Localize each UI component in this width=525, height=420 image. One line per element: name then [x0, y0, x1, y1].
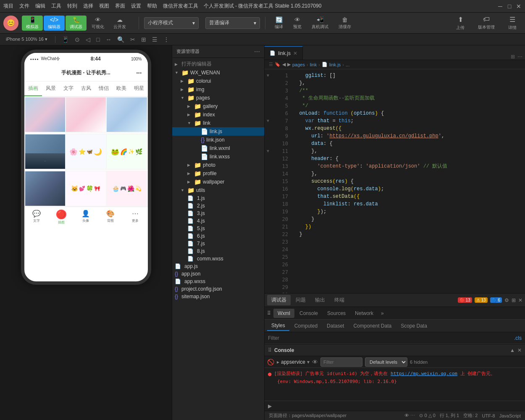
tree-project-config[interactable]: {}project.config.json	[172, 285, 264, 293]
inner-tab-sources[interactable]: Sources	[323, 309, 350, 318]
console-input[interactable]	[273, 403, 522, 409]
device-debug-button[interactable]: 📲 真机调试	[307, 16, 333, 31]
tree-photo[interactable]: ▶ 📁 photo	[172, 161, 264, 169]
filter-input[interactable]	[268, 335, 514, 341]
upload-button[interactable]: ⬆ 上传	[451, 15, 470, 32]
compile-button[interactable]: 🔄 编译	[270, 16, 287, 31]
styles-tab-component-data[interactable]: Component Data	[349, 321, 396, 331]
record-icon[interactable]: ⊙	[74, 36, 81, 43]
tab-landscape[interactable]: 风景	[42, 81, 60, 96]
menu-project[interactable]: 项目	[3, 3, 13, 10]
minimize-button[interactable]: ─	[497, 3, 503, 9]
grid-image-2[interactable]	[66, 97, 106, 132]
maximize-button[interactable]: □	[507, 3, 512, 9]
inner-tab-wxml[interactable]: Wxml	[273, 309, 294, 318]
tree-7js[interactable]: 📄7.js	[172, 240, 264, 247]
menu-file[interactable]: 文件	[19, 3, 29, 10]
tree-4js[interactable]: 📄4.js	[172, 217, 264, 225]
mode-dropdown[interactable]: 小程序模式 ▾	[144, 17, 199, 29]
tree-link-folder[interactable]: ▼ 📁 link	[172, 119, 264, 127]
panel-menu-icon[interactable]: ⋯	[254, 48, 260, 55]
phone-icon[interactable]: 📱	[60, 36, 70, 43]
eye-icon[interactable]: 👁 ⋯	[404, 413, 415, 418]
menu-goto[interactable]: 转到	[67, 3, 77, 10]
styles-tab-styles[interactable]: Styles	[267, 321, 289, 331]
console-error-link[interactable]: https://mp.weixin.qq.com	[391, 371, 457, 376]
grid-image-4[interactable]: ·	[25, 134, 65, 169]
grid-image-3[interactable]	[107, 97, 147, 132]
grid-image-8[interactable]: 🐱💕 🍀🎀	[66, 171, 106, 206]
compile-dropdown[interactable]: 普通编译 ▾	[205, 17, 260, 29]
tree-root[interactable]: ▼ 📁 WX_WENAN	[172, 68, 264, 77]
editor-button[interactable]: </> 编辑器	[44, 16, 65, 31]
tree-profile[interactable]: ▶ 📁 profile	[172, 169, 264, 178]
fold-indicator-2[interactable]: ▼	[265, 117, 271, 125]
grid-image-9[interactable]: 🧁🎮 🌺💫	[107, 171, 147, 206]
tree-sitemap[interactable]: {}sitemap.json	[172, 293, 264, 300]
lang-info[interactable]: JavaScript	[499, 413, 521, 418]
breadcrumb-link-js[interactable]: link.js	[329, 62, 341, 67]
console-filter-input[interactable]	[320, 357, 362, 367]
menu-settings[interactable]: 设置	[131, 3, 141, 10]
debugger-button[interactable]: 🐛 调试器	[66, 16, 87, 31]
breadcrumb-pages[interactable]: pages	[292, 62, 305, 67]
tree-app-json[interactable]: {}app.json	[172, 270, 264, 278]
devtools-tab-terminal[interactable]: 终端	[330, 295, 349, 305]
home-icon[interactable]: □	[95, 36, 101, 43]
version-button[interactable]: 🏷 版本管理	[473, 15, 500, 32]
more-icon[interactable]: ⋮	[162, 36, 171, 43]
tree-5js[interactable]: 📄5.js	[172, 225, 264, 232]
grid-image-6[interactable]: 🐸🌈 ✨🌿	[107, 134, 147, 169]
grid-image-1[interactable]	[25, 97, 65, 132]
inner-tab-console[interactable]: Console	[295, 309, 322, 318]
tab-more-icon[interactable]: ⋯	[517, 54, 522, 60]
tree-index[interactable]: ▶ 📁 index	[172, 110, 264, 119]
grid-image-7[interactable]	[25, 171, 65, 206]
grid-icon[interactable]: ⊞	[140, 36, 147, 43]
breadcrumb-forward-icon[interactable]: ▶	[287, 62, 291, 67]
console-collapse-icon[interactable]: ▲	[510, 347, 515, 353]
clear-cache-button[interactable]: 🗑 清缓存	[334, 16, 355, 31]
split-icon[interactable]: ⊞	[511, 54, 515, 60]
styles-tab-dataset[interactable]: Dataset	[323, 321, 348, 331]
search-icon[interactable]: 🔍	[116, 36, 126, 43]
menu-tools[interactable]: 工具	[51, 3, 61, 10]
styles-tab-scope-data[interactable]: Scope Data	[396, 321, 431, 331]
preview-button[interactable]: 👁 预览	[289, 16, 306, 31]
appservice-dropdown-arrow[interactable]: ▸	[277, 359, 279, 365]
tree-8js[interactable]: 📄8.js	[172, 247, 264, 255]
nav-wallpaper[interactable]: 🎨 背图	[98, 210, 123, 225]
tree-3js[interactable]: 📄3.js	[172, 210, 264, 217]
tab-couple[interactable]: 情侣	[95, 81, 113, 96]
tree-2js[interactable]: 📄2.js	[172, 202, 264, 210]
devtools-tab-debugger[interactable]: 调试器	[267, 295, 291, 305]
tab-celebrity[interactable]: 明星	[130, 81, 148, 96]
appservice-chevron[interactable]: ▾	[307, 359, 310, 365]
code-content[interactable]: gglist: [] }, /** * 生命周期函数--监听页面加载 */ on…	[290, 69, 525, 293]
cls-badge[interactable]: .cls	[514, 335, 522, 341]
settings-icon[interactable]: ⚙	[504, 297, 509, 303]
tab-classic[interactable]: 古风	[77, 81, 95, 96]
nav-avatar[interactable]: 👤 头像	[74, 210, 98, 225]
tree-comm-wxss[interactable]: 📄comm.wxss	[172, 255, 264, 262]
tree-link-wxss[interactable]: ▶ 📄 link.wxss	[172, 152, 264, 161]
console-close-icon[interactable]: ✕	[517, 347, 522, 353]
tree-app-js[interactable]: 📄app.js	[172, 262, 264, 270]
devtools-split-icon[interactable]: ⊞	[512, 297, 516, 303]
menu-view[interactable]: 视图	[99, 3, 109, 10]
breadcrumb-link[interactable]: link	[310, 62, 317, 67]
tree-utils[interactable]: ▼ 📁 utils	[172, 186, 264, 194]
tree-1js[interactable]: 📄1.js	[172, 194, 264, 202]
tree-6js[interactable]: 📄6.js	[172, 232, 264, 240]
tree-open-editors[interactable]: ▶ 打开的编辑器	[172, 60, 264, 68]
menu-help[interactable]: 帮助	[147, 3, 157, 10]
tab-western[interactable]: 欧美	[113, 81, 130, 96]
nav-more[interactable]: ⋯ 更多	[123, 210, 148, 225]
tree-link-wxml[interactable]: ▶ 📄 link.wxml	[172, 144, 264, 152]
devtools-close-icon[interactable]: ✕	[518, 297, 522, 303]
styles-tab-computed[interactable]: Computed	[290, 321, 322, 331]
tree-pages[interactable]: ▼ 📁 pages	[172, 94, 264, 102]
breadcrumb-back-icon[interactable]: ◀	[282, 62, 286, 67]
panel-icon[interactable]: ☰	[151, 36, 159, 43]
menu-interface[interactable]: 界面	[115, 3, 125, 10]
